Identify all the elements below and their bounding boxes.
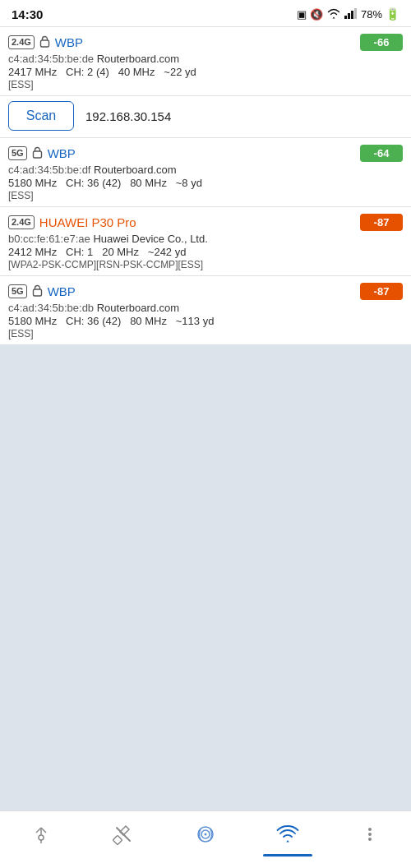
battery-percentage: 78% bbox=[361, 8, 382, 21]
battery-icon: 🔋 bbox=[386, 7, 399, 21]
signal-badge-3: -87 bbox=[360, 283, 403, 300]
mac-vendor-2: b0:cc:fe:61:e7:ae Huawei Device Co., Ltd… bbox=[8, 233, 403, 245]
network-entry-0: 2.4G WBP -66 c4:ad:34:5b:be:de Routerboa… bbox=[0, 26, 411, 95]
sim-icon: ▣ bbox=[297, 8, 307, 21]
svg-rect-0 bbox=[344, 16, 347, 19]
band-badge-3: 5G bbox=[8, 284, 27, 298]
band-badge-2: 2.4G bbox=[8, 215, 35, 229]
analyzer-icon bbox=[194, 823, 217, 852]
freq-info-3: 5180 MHz CH: 36 (42) 80 MHz ~113 yd bbox=[8, 315, 403, 327]
ssid-1[interactable]: WBP bbox=[48, 146, 76, 160]
status-icons: ▣ 🔇 78% 🔋 bbox=[297, 7, 399, 21]
empty-area bbox=[0, 344, 411, 868]
lock-icon-1 bbox=[32, 146, 43, 161]
caps-0: [ESS] bbox=[8, 79, 403, 90]
ssid-3[interactable]: WBP bbox=[48, 284, 76, 298]
svg-rect-13 bbox=[113, 835, 122, 844]
svg-rect-4 bbox=[40, 40, 48, 47]
caps-1: [ESS] bbox=[8, 190, 403, 201]
svg-point-18 bbox=[368, 833, 372, 836]
nav-bar-antenna bbox=[16, 854, 66, 856]
nav-bar-analyzer bbox=[181, 854, 230, 856]
network-header-2: 2.4G HUAWEI P30 Pro -87 bbox=[8, 214, 403, 231]
band-badge-1: 5G bbox=[8, 146, 27, 160]
scan-ip: 192.168.30.154 bbox=[85, 109, 171, 123]
wifi-signal-icon bbox=[326, 7, 341, 21]
caps-2: [WPA2-PSK-CCMP][RSN-PSK-CCMP][ESS] bbox=[8, 259, 403, 270]
bottom-nav bbox=[0, 810, 411, 868]
lock-icon-0 bbox=[39, 35, 50, 50]
svg-point-7 bbox=[39, 835, 44, 840]
network-header-1: 5G WBP -64 bbox=[8, 145, 403, 162]
svg-line-10 bbox=[41, 828, 46, 833]
nav-item-wifi[interactable] bbox=[247, 818, 329, 856]
freq-info-0: 2417 MHz CH: 2 (4) 40 MHz ~22 yd bbox=[8, 66, 403, 78]
scan-button[interactable]: Scan bbox=[8, 101, 74, 131]
network-entry-1: 5G WBP -64 c4:ad:34:5b:be:df Routerboard… bbox=[0, 137, 411, 206]
svg-rect-2 bbox=[351, 11, 353, 19]
network-header-3: 5G WBP -87 bbox=[8, 283, 403, 300]
svg-point-19 bbox=[368, 838, 372, 841]
lock-icon-3 bbox=[32, 284, 43, 299]
nav-bar-wifi bbox=[263, 854, 312, 856]
svg-line-9 bbox=[36, 828, 41, 833]
status-time: 14:30 bbox=[12, 7, 43, 21]
caps-3: [ESS] bbox=[8, 328, 403, 339]
ssid-0[interactable]: WBP bbox=[55, 35, 83, 49]
mac-vendor-0: c4:ad:34:5b:be:de Routerboard.com bbox=[8, 53, 403, 65]
freq-info-1: 5180 MHz CH: 36 (42) 80 MHz ~8 yd bbox=[8, 177, 403, 189]
wifi-nav-icon bbox=[276, 823, 299, 852]
signal-badge-0: -66 bbox=[360, 34, 403, 51]
svg-point-17 bbox=[368, 828, 372, 831]
mac-vendor-3: c4:ad:34:5b:be:db Routerboard.com bbox=[8, 302, 403, 314]
nav-item-antenna[interactable] bbox=[0, 818, 82, 856]
mac-vendor-1: c4:ad:34:5b:be:df Routerboard.com bbox=[8, 164, 403, 176]
tools-icon bbox=[112, 823, 135, 852]
more-icon bbox=[358, 823, 381, 852]
status-bar: 14:30 ▣ 🔇 bbox=[0, 0, 411, 26]
nav-item-analyzer[interactable] bbox=[164, 818, 247, 856]
network-list: 2.4G WBP -66 c4:ad:34:5b:be:de Routerboa… bbox=[0, 26, 411, 344]
signal-badge-1: -64 bbox=[360, 145, 403, 162]
freq-info-2: 2412 MHz CH: 1 20 MHz ~242 yd bbox=[8, 246, 403, 258]
svg-point-16 bbox=[205, 833, 207, 836]
nav-bar-tools bbox=[99, 854, 148, 856]
svg-rect-1 bbox=[348, 13, 350, 19]
nav-item-more[interactable] bbox=[329, 818, 411, 856]
svg-rect-3 bbox=[354, 8, 357, 19]
signal-badge-2: -87 bbox=[360, 214, 403, 231]
network-entry-2: 2.4G HUAWEI P30 Pro -87 b0:cc:fe:61:e7:a… bbox=[0, 206, 411, 275]
signal-bars-icon bbox=[344, 7, 358, 21]
network-entry-3: 5G WBP -87 c4:ad:34:5b:be:db Routerboard… bbox=[0, 275, 411, 344]
mute-icon: 🔇 bbox=[310, 8, 323, 21]
nav-item-tools[interactable] bbox=[82, 818, 164, 856]
ssid-2[interactable]: HUAWEI P30 Pro bbox=[39, 215, 136, 229]
svg-rect-5 bbox=[33, 151, 41, 158]
nav-bar-more bbox=[345, 854, 395, 856]
scan-row: Scan 192.168.30.154 bbox=[0, 95, 411, 137]
network-header-0: 2.4G WBP -66 bbox=[8, 34, 403, 51]
band-badge-0: 2.4G bbox=[8, 35, 35, 49]
svg-rect-6 bbox=[33, 289, 41, 296]
antenna-icon bbox=[30, 823, 53, 852]
